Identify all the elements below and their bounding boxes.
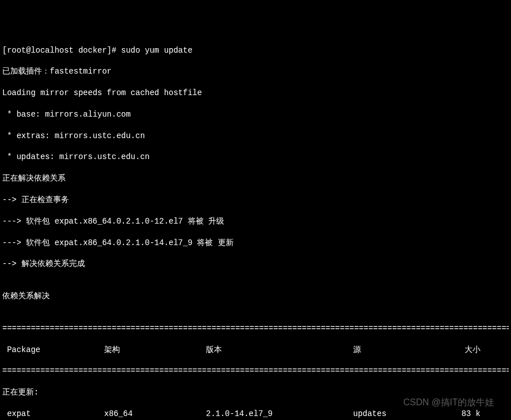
cell-repo: updates <box>353 409 449 419</box>
output-line: Loading mirror speeds from cached hostfi… <box>2 88 509 98</box>
output-line: * extras: mirrors.ustc.edu.cn <box>2 131 509 142</box>
output-line: * updates: mirrors.ustc.edu.cn <box>2 152 509 162</box>
table-row: expat x86_64 2.1.0-14.el7_9 updates 83 k <box>2 409 509 419</box>
col-repo: 源 <box>353 345 449 355</box>
prompt: [root@localhost docker]# <box>2 46 121 55</box>
output-line: * base: mirrors.aliyun.com <box>2 109 509 120</box>
cell-version: 2.1.0-14.el7_9 <box>206 409 353 419</box>
output-line: 正在解决依赖关系 <box>2 173 509 184</box>
cell-size: 83 k <box>449 409 509 419</box>
output-line: ---> 软件包 expat.x86_64.0.2.1.0-12.el7 将被 … <box>2 216 509 227</box>
cell-arch: x86_64 <box>104 409 206 419</box>
output-line: --> 正在检查事务 <box>2 195 509 205</box>
output-line: ---> 软件包 expat.x86_64.0.2.1.0-14.el7_9 将… <box>2 238 509 248</box>
watermark: CSDN @搞IT的放牛娃 <box>403 396 494 409</box>
output-line: 已加载插件：fastestmirror <box>2 66 509 77</box>
divider: ========================================… <box>2 366 509 376</box>
cell-package: expat <box>2 409 104 419</box>
table-header: Package 架构 版本 源 大小 <box>2 345 509 355</box>
col-version: 版本 <box>206 345 353 355</box>
output-line: 依赖关系解决 <box>2 291 509 302</box>
col-arch: 架构 <box>104 345 206 355</box>
command: sudo yum update <box>121 46 192 55</box>
divider: ========================================… <box>2 323 509 334</box>
col-size: 大小 <box>449 345 509 355</box>
col-package: Package <box>2 345 104 355</box>
output-line: --> 解决依赖关系完成 <box>2 259 509 269</box>
prompt-line[interactable]: [root@localhost docker]# sudo yum update <box>2 45 509 56</box>
